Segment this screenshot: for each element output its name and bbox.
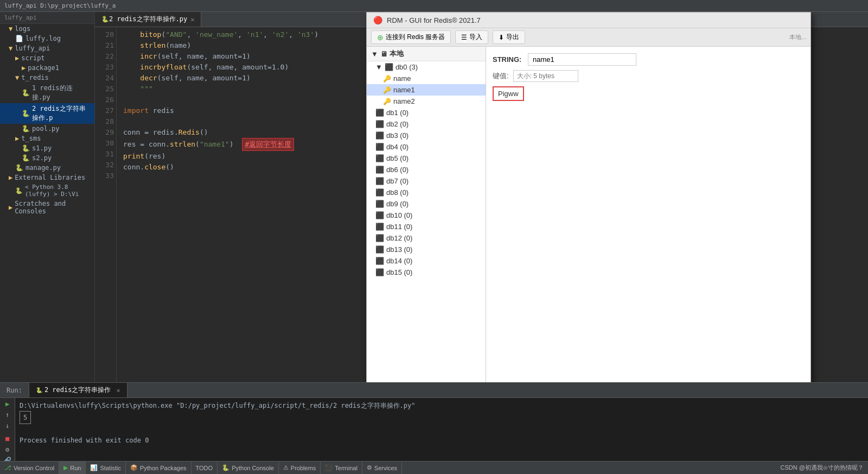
run-status-label: Run — [70, 465, 81, 471]
sidebar-item-logs[interactable]: ▼ logs — [0, 24, 94, 34]
sidebar-item-s1[interactable]: 🐍 s1.py — [0, 143, 94, 153]
rdm-db1[interactable]: ⬛db1 (0) — [367, 107, 486, 118]
rdm-db8[interactable]: ⬛db8 (0) — [367, 187, 486, 198]
rdm-db9[interactable]: ⬛db9 (0) — [367, 198, 486, 210]
sidebar-item-label: luffy_api — [15, 45, 50, 52]
sidebar-item-pool[interactable]: 🐍 pool.py — [0, 124, 94, 134]
sidebar-item-t-sms[interactable]: ▶ t_sms — [0, 134, 94, 143]
sidebar-item-python[interactable]: 🐍 < Python 3.8 (luffy) > D:\Vi — [0, 182, 94, 199]
sidebar-item-script[interactable]: ▶ script — [0, 53, 94, 63]
db-icon: ⬛ — [375, 166, 384, 174]
export-button[interactable]: ⬇ 导出 — [493, 30, 525, 44]
rdm-db7[interactable]: ⬛db7 (0) — [367, 175, 486, 187]
editor-tab-active[interactable]: 🐍 2 redis之字符串操作.py ✕ — [95, 12, 201, 27]
key-icon: 🔑 — [383, 98, 391, 105]
rdm-db5[interactable]: ⬛db5 (0) — [367, 153, 486, 164]
sidebar-item-luffy-api[interactable]: ▼ luffy_api — [0, 43, 94, 53]
import-button[interactable]: ☰ 导入 — [455, 30, 488, 44]
rdm-key-name2[interactable]: 🔑 name2 — [367, 96, 486, 107]
rdm-db4[interactable]: ⬛db4 (0) — [367, 141, 486, 153]
sidebar-item-package1[interactable]: ▶ package1 — [0, 63, 94, 73]
local-db-icon: 🖥 — [380, 50, 387, 58]
run-file-tab[interactable]: 🐍 2 redis之字符串操作 ✕ — [29, 383, 127, 397]
rdm-tree-header: ▼ 🖥 本地 — [367, 47, 486, 61]
db-icon: ⬛ — [385, 63, 393, 71]
sidebar-item-scratches[interactable]: ▶ Scratches and Consoles — [0, 199, 94, 216]
connect-button[interactable]: ⊕ 连接到 Redis 服务器 — [371, 30, 451, 44]
run-link-icon[interactable]: 🔗 — [2, 457, 14, 461]
problems-item[interactable]: ⚠ Problems — [279, 462, 321, 475]
rdm-window: 🔴 RDM - GUI for Redis® 2021.7 ⊕ 连接到 Redi… — [366, 12, 811, 382]
sidebar-item-label: s2.py — [32, 154, 52, 162]
version-control-label: Version Control — [14, 465, 54, 471]
rdm-tree: ▼ 🖥 本地 ▼ ⬛ db0 (3) 🔑 name — [367, 47, 486, 382]
sidebar-item-manage[interactable]: 🐍 manage.py — [0, 163, 94, 173]
run-up-button[interactable]: ↑ — [2, 411, 14, 419]
rdm-db11[interactable]: ⬛db11 (0) — [367, 221, 486, 232]
tree-expand-icon: ▼ — [371, 50, 378, 58]
rdm-key-name[interactable]: 🔑 name — [367, 73, 486, 84]
statistic-icon: 📊 — [90, 464, 98, 471]
close-icon[interactable]: ✕ — [190, 16, 194, 23]
status-left: ⎇ Version Control ▶ Run 📊 Statistic 📦 Py… — [0, 462, 402, 475]
rdm-key-name1[interactable]: 🔑 name1 — [367, 84, 486, 96]
run-status-item[interactable]: ▶ Run — [59, 462, 86, 475]
terminal-item[interactable]: ⬛ Terminal — [321, 462, 362, 475]
run-stop-button[interactable]: ■ — [2, 435, 14, 443]
python-console-item[interactable]: 🐍 Python Console — [218, 462, 279, 475]
python-packages-item[interactable]: 📦 Python Packages — [126, 462, 192, 475]
py-icon: 🐍 — [15, 164, 23, 172]
sidebar-item-t-redis[interactable]: ▼ t_redis — [0, 73, 94, 83]
run-settings-icon[interactable]: ⚙ — [2, 446, 14, 453]
sidebar-item-redis-connect[interactable]: 🐍 1 redis的连接.py — [0, 83, 94, 103]
rdm-db2[interactable]: ⬛db2 (0) — [367, 118, 486, 130]
sidebar-item-s2[interactable]: 🐍 s2.py — [0, 153, 94, 163]
sidebar-item-label: t_redis — [21, 74, 49, 81]
rdm-db15[interactable]: ⬛db15 (0) — [367, 267, 486, 278]
key-name-label: name — [393, 74, 411, 83]
todo-item[interactable]: TODO — [192, 462, 218, 475]
sidebar-item-label: 1 redis的连接.py — [32, 84, 90, 102]
csdn-watermark: CSDN @初遇我⊙寸的热情呢？ — [781, 464, 864, 471]
problems-label: Problems — [291, 465, 316, 471]
run-play-button[interactable]: ▶ — [2, 400, 14, 408]
run-command-line: D:\Virtualenvs\luffy\Scripts\python.exe … — [20, 400, 864, 411]
export-icon: ⬇ — [499, 34, 504, 41]
db6-label: db6 (0) — [386, 166, 409, 174]
rdm-db0-item[interactable]: ▼ ⬛ db0 (3) — [367, 61, 486, 73]
db-icon: ⬛ — [375, 143, 384, 151]
db-icon: ⬛ — [375, 131, 384, 140]
terminal-icon: ⬛ — [325, 464, 333, 471]
rdm-db13[interactable]: ⬛db13 (0) — [367, 244, 486, 255]
run-status-icon: ▶ — [63, 464, 68, 471]
services-item[interactable]: ⚙ Services — [362, 462, 402, 475]
db2-label: db2 (0) — [386, 120, 409, 128]
statistic-item[interactable]: 📊 Statistic — [86, 462, 126, 475]
sidebar-item-external-libs[interactable]: ▶ External Libraries — [0, 173, 94, 182]
packages-icon: 📦 — [130, 464, 138, 471]
close-tab-icon[interactable]: ✕ — [116, 387, 120, 394]
rdm-db3[interactable]: ⬛db3 (0) — [367, 130, 486, 141]
rdm-db6[interactable]: ⬛db6 (0) — [367, 164, 486, 175]
line-numbers: 2021222324 2526272829 30313233 — [95, 27, 117, 382]
db9-label: db9 (0) — [386, 200, 409, 208]
git-icon: ⎇ — [4, 464, 11, 471]
run-label-tab[interactable]: Run: — [0, 383, 29, 397]
terminal-label: Terminal — [335, 465, 358, 471]
folder-icon: ▶ — [22, 64, 25, 72]
py-icon: 🐍 — [22, 154, 30, 162]
rdm-db12[interactable]: ⬛db12 (0) — [367, 232, 486, 244]
rdm-db14[interactable]: ⬛db14 (0) — [367, 255, 486, 267]
rdm-value-input[interactable] — [513, 70, 578, 82]
sidebar-item-redis-string[interactable]: 🐍 2 redis之字符串操作.p — [0, 103, 94, 124]
version-control-item[interactable]: ⎇ Version Control — [0, 462, 59, 475]
folder-icon: ▼ — [9, 25, 12, 33]
sidebar-item-luffy-log[interactable]: 📄 luffy.log — [0, 34, 94, 43]
rdm-db10[interactable]: ⬛db10 (0) — [367, 210, 486, 221]
key-icon: 🔑 — [383, 86, 391, 94]
db-icon: ⬛ — [375, 268, 384, 276]
console-icon: 🐍 — [222, 464, 229, 471]
rdm-main: ▼ 🖥 本地 ▼ ⬛ db0 (3) 🔑 name — [367, 47, 810, 382]
rdm-key-name-input[interactable] — [528, 53, 636, 66]
run-down-button[interactable]: ↓ — [2, 422, 14, 429]
